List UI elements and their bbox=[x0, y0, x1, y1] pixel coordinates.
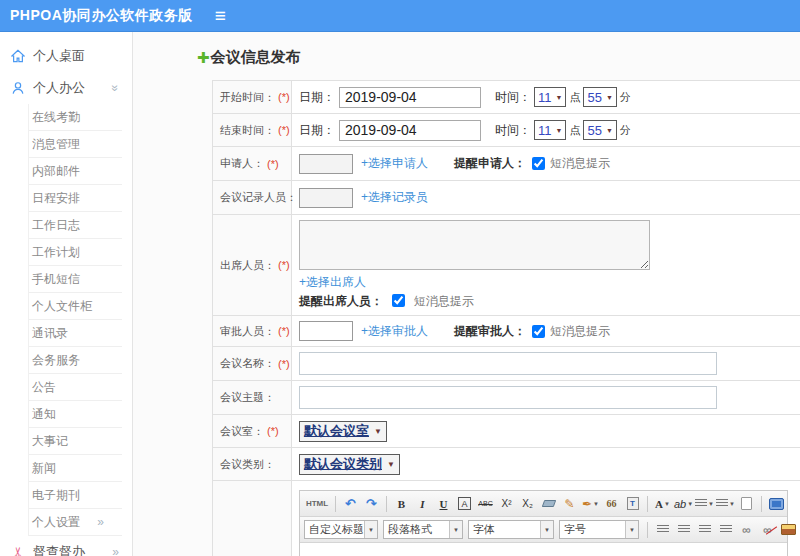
sidebar-item-personal-office[interactable]: 个人办公 » bbox=[0, 72, 132, 104]
strikethrough-button[interactable]: ABC bbox=[476, 495, 495, 513]
char-border-button[interactable]: A bbox=[455, 495, 474, 513]
start-date-input[interactable] bbox=[339, 87, 481, 108]
sidebar-subitem-file-cabinet[interactable]: 个人文件柜 bbox=[29, 293, 122, 320]
insert-link-icon[interactable]: ∞ bbox=[737, 521, 756, 539]
start-hour-select[interactable]: 11▼ bbox=[534, 87, 566, 107]
sidebar-subitem-e-journal[interactable]: 电子期刊 bbox=[29, 482, 122, 509]
sidebar-subitem-work-plan[interactable]: 工作计划 bbox=[29, 239, 122, 266]
new-page-icon[interactable] bbox=[737, 495, 756, 513]
select-attendees-link[interactable]: +选择出席人 bbox=[299, 274, 366, 291]
auto-typeset-icon[interactable]: ✒▼ bbox=[581, 495, 600, 513]
align-center-icon[interactable] bbox=[674, 521, 693, 539]
sidebar-item-supervision[interactable]: ✂ 督查督办 » bbox=[0, 536, 132, 556]
field-label: 审批人员：(*) bbox=[213, 316, 292, 346]
ordered-list-button[interactable]: ▼ bbox=[695, 495, 714, 513]
select-applicant-link[interactable]: +选择申请人 bbox=[361, 155, 428, 172]
time-label: 时间： bbox=[495, 89, 531, 106]
form-row-approver: 审批人员：(*) +选择审批人 提醒审批人： 短消息提示 bbox=[213, 316, 800, 347]
office-submenu: 在线考勤 消息管理 内部邮件 日程安排 工作日志 工作计划 手机短信 个人文件柜… bbox=[28, 104, 132, 536]
sidebar-subitem-memorabilia[interactable]: 大事记 bbox=[29, 428, 122, 455]
select-arrow-icon: ▼ bbox=[540, 521, 553, 538]
field-label: 结束时间：(*) bbox=[213, 114, 292, 146]
sidebar-subitem-messages[interactable]: 消息管理 bbox=[29, 131, 122, 158]
sidebar-subitem-contacts[interactable]: 通讯录 bbox=[29, 320, 122, 347]
sidebar: 个人桌面 个人办公 » 在线考勤 消息管理 内部邮件 日程安排 工作日志 工作计… bbox=[0, 32, 133, 556]
select-arrow-icon: ▼ bbox=[449, 521, 462, 538]
sidebar-subitem-attendance[interactable]: 在线考勤 bbox=[29, 104, 122, 131]
end-date-input[interactable] bbox=[339, 120, 481, 141]
start-minute-select[interactable]: 55▼ bbox=[583, 87, 616, 107]
superscript-button[interactable]: X² bbox=[497, 495, 516, 513]
chevron-right-icon: » bbox=[97, 509, 104, 535]
end-hour-select[interactable]: 11▼ bbox=[534, 120, 566, 140]
chevron-double-down-icon: » bbox=[109, 85, 123, 92]
sidebar-subitem-schedule[interactable]: 日程安排 bbox=[29, 185, 122, 212]
paragraph-format-select[interactable]: 段落格式▼ bbox=[383, 520, 463, 539]
meeting-category-select[interactable]: 默认会议类别 ▼ bbox=[299, 454, 400, 475]
font-color-button[interactable]: A▼ bbox=[653, 495, 672, 513]
meeting-name-input[interactable] bbox=[299, 352, 717, 375]
applicant-input[interactable] bbox=[299, 154, 353, 174]
underline-button[interactable]: U bbox=[434, 495, 453, 513]
field-label: 会议记录人员：(*) bbox=[213, 181, 292, 214]
main-content: ✚ 会议信息发布 开始时间：(*) 日期： 时间： 11▼ 点 55▼ 分 bbox=[133, 32, 800, 556]
sidebar-item-personal-desktop[interactable]: 个人桌面 bbox=[0, 40, 132, 72]
form-row-start-time: 开始时间：(*) 日期： 时间： 11▼ 点 55▼ 分 bbox=[213, 81, 800, 114]
font-family-select[interactable]: 字体▼ bbox=[468, 520, 554, 539]
insert-image-icon[interactable] bbox=[779, 521, 798, 539]
sidebar-subitem-news[interactable]: 新闻 bbox=[29, 455, 122, 482]
sidebar-subitem-work-log[interactable]: 工作日志 bbox=[29, 212, 122, 239]
align-right-icon[interactable] bbox=[695, 521, 714, 539]
meeting-room-select[interactable]: 默认会议室 ▼ bbox=[299, 421, 387, 442]
app-header: PHPOA协同办公软件政务版 ≡ bbox=[0, 0, 800, 32]
paste-text-icon[interactable]: T bbox=[623, 495, 642, 513]
end-minute-select[interactable]: 55▼ bbox=[583, 120, 616, 140]
sidebar-subitem-sms[interactable]: 手机短信 bbox=[29, 266, 122, 293]
sidebar-subitem-meeting-service[interactable]: 会务服务 bbox=[29, 347, 122, 374]
custom-title-select[interactable]: 自定义标题▼ bbox=[304, 520, 378, 539]
approver-input[interactable] bbox=[299, 321, 353, 341]
hour-suffix: 点 bbox=[569, 90, 580, 105]
attendees-textarea[interactable] bbox=[299, 220, 650, 270]
minute-suffix: 分 bbox=[620, 90, 631, 105]
applicant-sms-checkbox[interactable] bbox=[532, 157, 545, 170]
user-icon bbox=[10, 80, 26, 96]
hour-suffix: 点 bbox=[569, 123, 580, 138]
select-recorder-link[interactable]: +选择记录员 bbox=[361, 189, 428, 206]
remove-format-eraser-icon[interactable] bbox=[539, 495, 558, 513]
format-painter-icon[interactable]: ✎ bbox=[560, 495, 579, 513]
html-source-button[interactable]: HTML bbox=[304, 495, 330, 513]
remove-link-icon[interactable]: ∞ bbox=[758, 521, 777, 539]
subscript-button[interactable]: X₂ bbox=[518, 495, 537, 513]
sidebar-subitem-notice[interactable]: 通知 bbox=[29, 401, 122, 428]
attendees-sms-checkbox[interactable] bbox=[392, 294, 405, 307]
recorder-input[interactable] bbox=[299, 188, 353, 208]
sidebar-subitem-announcement[interactable]: 公告 bbox=[29, 374, 122, 401]
select-arrow-icon: ▼ bbox=[364, 521, 377, 538]
editor-content-area[interactable] bbox=[300, 543, 787, 556]
undo-button[interactable]: ↶ bbox=[341, 495, 360, 513]
remind-applicant-label: 提醒申请人： bbox=[454, 155, 526, 172]
fullscreen-icon[interactable] bbox=[767, 495, 786, 513]
sidebar-subitem-internal-mail[interactable]: 内部邮件 bbox=[29, 158, 122, 185]
approver-sms-checkbox[interactable] bbox=[532, 325, 545, 338]
redo-button[interactable]: ↷ bbox=[362, 495, 381, 513]
field-label: 申请人：(*) bbox=[213, 147, 292, 180]
blockquote-button[interactable]: 66 bbox=[602, 495, 621, 513]
scissors-icon: ✂ bbox=[10, 544, 26, 556]
hamburger-menu-icon[interactable]: ≡ bbox=[215, 6, 226, 25]
bold-button[interactable]: B bbox=[392, 495, 411, 513]
unordered-list-button[interactable]: ▼ bbox=[716, 495, 735, 513]
form-row-attendees: 出席人员：(*) +选择出席人 提醒出席人员： 短消息提示 bbox=[213, 215, 800, 316]
field-label: 出席人员：(*) bbox=[213, 215, 292, 315]
font-size-select[interactable]: 字号▼ bbox=[559, 520, 639, 539]
select-approver-link[interactable]: +选择审批人 bbox=[361, 323, 428, 340]
align-justify-icon[interactable] bbox=[716, 521, 735, 539]
meeting-topic-input[interactable] bbox=[299, 386, 717, 409]
align-left-icon[interactable] bbox=[653, 521, 672, 539]
italic-button[interactable]: I bbox=[413, 495, 432, 513]
select-arrow-icon: ▼ bbox=[605, 94, 616, 101]
highlight-color-button[interactable]: ab▼ bbox=[674, 495, 693, 513]
select-arrow-icon: ▼ bbox=[555, 94, 566, 101]
sidebar-subitem-personal-settings[interactable]: 个人设置 » bbox=[29, 509, 122, 536]
